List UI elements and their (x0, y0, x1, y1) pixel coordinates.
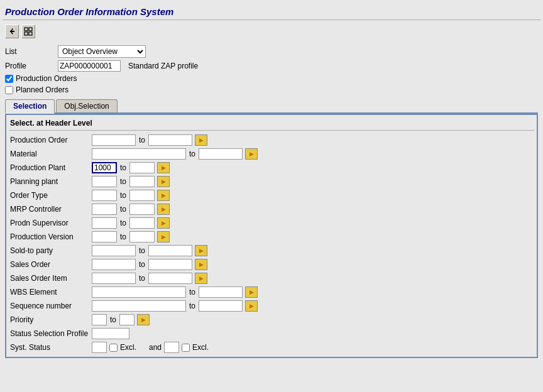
section-header: Select. at Header Level (9, 117, 534, 131)
svg-rect-5 (29, 32, 32, 35)
order-type-nav[interactable] (157, 190, 170, 201)
profile-row: Profile Standard ZAP profile (3, 59, 540, 73)
mrp-controller-nav[interactable] (157, 204, 170, 215)
wbs-element-to[interactable] (199, 286, 243, 298)
sales-order-item-from[interactable] (92, 273, 136, 284)
to-label-14: to (107, 315, 119, 324)
production-orders-label[interactable]: Production Orders (16, 74, 77, 83)
planned-orders-label[interactable]: Planned Orders (16, 85, 69, 94)
list-select[interactable]: Object Overview Header Components Operat… (58, 45, 146, 58)
production-plant-to[interactable] (129, 162, 155, 173)
wbs-element-nav[interactable] (245, 286, 258, 298)
sales-order-item-to[interactable] (148, 273, 192, 284)
priority-from[interactable] (92, 314, 107, 325)
sold-to-party-from[interactable] (92, 245, 136, 256)
priority-to[interactable] (119, 314, 134, 325)
production-order-to[interactable] (148, 134, 192, 146)
main-panel: Select. at Header Level Production Order… (5, 114, 538, 358)
sequence-number-to[interactable] (199, 300, 243, 312)
back-button[interactable] (5, 24, 19, 38)
label-order-type: Order Type (10, 191, 92, 200)
label-production-order: Production Order (10, 136, 92, 144)
page-title: Production Order Information System (5, 6, 538, 17)
field-row-prodn-supervisor: Prodn Supervisor to (9, 216, 534, 230)
order-type-to[interactable] (129, 190, 155, 201)
field-row-status-selection-profile: Status Selection Profile (9, 327, 534, 340)
field-row-wbs-element: WBS Element to (9, 285, 534, 299)
syst-status-to-group: Excl. (164, 342, 209, 353)
tab-selection[interactable]: Selection (5, 99, 55, 114)
production-version-nav[interactable] (157, 231, 170, 242)
layout-icon (24, 27, 33, 36)
sales-order-to[interactable] (148, 259, 192, 270)
syst-status-to[interactable] (164, 342, 179, 353)
planning-plant-nav[interactable] (157, 176, 170, 187)
sequence-number-nav[interactable] (245, 300, 258, 312)
production-version-to[interactable] (129, 231, 155, 242)
field-row-material: Material to (9, 147, 534, 161)
field-row-sales-order: Sales Order to (9, 258, 534, 271)
sold-to-party-nav[interactable] (195, 245, 207, 256)
production-version-from[interactable] (92, 231, 117, 242)
sold-to-party-to[interactable] (148, 245, 192, 256)
profile-input[interactable] (58, 60, 121, 72)
status-selection-profile-input[interactable] (92, 328, 129, 339)
mrp-controller-to[interactable] (129, 204, 155, 215)
mrp-controller-from[interactable] (92, 204, 117, 215)
to-label-4: to (117, 177, 129, 186)
planning-plant-from[interactable] (92, 176, 117, 187)
label-planning-plant: Planning plant (10, 177, 92, 186)
prodn-supervisor-from[interactable] (92, 217, 117, 229)
sales-order-from[interactable] (92, 259, 136, 270)
to-label-9: to (136, 246, 148, 255)
label-production-version: Production Version (10, 232, 92, 241)
to-label-5: to (117, 191, 129, 200)
toolbar (3, 23, 540, 40)
layout-button[interactable] (21, 24, 35, 38)
production-order-from[interactable] (92, 134, 136, 146)
list-row: List Object Overview Header Components O… (3, 44, 540, 59)
sequence-number-from[interactable] (92, 300, 186, 312)
profile-label: Profile (5, 62, 55, 70)
excl1-label[interactable]: Excl. (120, 343, 136, 352)
order-type-from[interactable] (92, 190, 117, 201)
to-label-6: to (117, 205, 129, 214)
syst-status-excl2-checkbox[interactable] (182, 344, 190, 352)
priority-nav[interactable] (137, 314, 150, 325)
production-order-nav[interactable] (195, 134, 207, 146)
wbs-element-from[interactable] (92, 286, 186, 298)
field-row-production-plant: Production Plant to (9, 161, 534, 175)
material-from[interactable] (92, 148, 186, 160)
and-label: and (149, 343, 162, 352)
label-sequence-number: Sequence number (10, 302, 92, 310)
syst-status-from[interactable] (92, 342, 107, 353)
field-row-sold-to-party: Sold-to party to (9, 244, 534, 258)
to-label-2: to (186, 150, 199, 158)
field-row-syst-status: Syst. Status Excl. and Excl. (9, 340, 534, 354)
to-label-12: to (186, 288, 199, 297)
material-nav[interactable] (245, 148, 258, 160)
label-status-selection-profile: Status Selection Profile (10, 329, 92, 338)
sales-order-nav[interactable] (195, 259, 207, 270)
sales-order-item-nav[interactable] (195, 273, 207, 284)
list-label: List (5, 47, 55, 56)
label-mrp-controller: MRP Controller (10, 205, 92, 214)
material-to[interactable] (199, 148, 243, 160)
production-plant-nav[interactable] (157, 162, 170, 173)
profile-description: Standard ZAP profile (128, 62, 198, 70)
main-window: Production Order Information System List… (0, 0, 543, 361)
production-orders-checkbox[interactable] (5, 75, 13, 83)
prodn-supervisor-nav[interactable] (157, 217, 170, 229)
planned-orders-checkbox[interactable] (5, 86, 13, 94)
prodn-supervisor-to[interactable] (129, 217, 155, 229)
tab-obj-selection[interactable]: Obj.Selection (56, 99, 117, 112)
label-sales-order-item: Sales Order Item (10, 274, 92, 283)
label-priority: Priority (10, 315, 92, 324)
planning-plant-to[interactable] (129, 176, 155, 187)
syst-status-excl1-checkbox[interactable] (109, 344, 118, 352)
production-plant-from[interactable] (92, 162, 117, 173)
field-row-planning-plant: Planning plant to (9, 175, 534, 188)
excl2-label[interactable]: Excl. (192, 343, 209, 352)
svg-rect-4 (25, 32, 28, 35)
field-row-sales-order-item: Sales Order Item to (9, 271, 534, 285)
